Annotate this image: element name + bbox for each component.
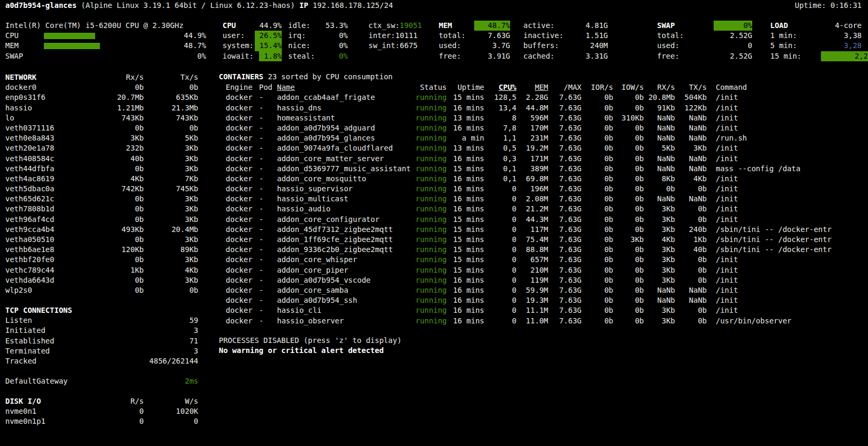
ior-cell: 0b xyxy=(581,295,613,305)
ior-cell: 0b xyxy=(581,133,613,143)
max-cell: 7.63G xyxy=(550,103,581,113)
stat-value: 19051 xyxy=(400,21,422,31)
stat-label: inactive: xyxy=(523,31,564,41)
tcp-stat-value: 4856/262144 xyxy=(93,356,198,366)
max-cell: 7.63G xyxy=(550,194,581,204)
uptime-cell: 15 mins xyxy=(447,92,484,103)
max-cell: 7.63G xyxy=(550,225,581,235)
max-cell: 7.63G xyxy=(550,184,581,194)
stat-value: 15.4% xyxy=(255,41,282,51)
mem-cell: 21.2M xyxy=(516,204,548,214)
rx-cell: NaNb xyxy=(643,113,675,123)
max-cell: 7.63G xyxy=(550,174,581,184)
mem-cell: 44.8M xyxy=(516,103,548,113)
command-cell: /init xyxy=(716,194,868,204)
cpu-cell: 0 xyxy=(485,316,516,326)
network-header-row: NETWORKRx/sTx/s xyxy=(5,72,198,82)
name-cell: hassio_observer xyxy=(277,316,412,326)
network-col-header: Rx/s xyxy=(101,72,144,82)
mem-gauge-label: MEM xyxy=(5,41,44,51)
col-header-engine: Engine xyxy=(226,82,263,92)
max-cell: 7.63G xyxy=(550,265,581,275)
gateway-latency: 2ms xyxy=(93,376,198,386)
col-header-command: Command xyxy=(716,82,868,92)
mem-cell: 389M xyxy=(516,164,548,174)
stat-row: used:0 xyxy=(657,41,752,51)
pod-cell: - xyxy=(259,143,275,153)
stat-label: 15 min: xyxy=(770,51,801,61)
bar-fill xyxy=(44,33,95,39)
name-cell: addon_a0d7b954_adguard xyxy=(277,123,412,133)
disk-section-title: DISK I/O xyxy=(5,396,95,406)
container-row: docker-addon_a0d7b954_adguardrunning16 m… xyxy=(0,123,868,133)
swap-headline-value: 0% xyxy=(714,21,752,31)
swap-title: SWAP xyxy=(657,21,675,31)
pod-cell: - xyxy=(259,184,275,194)
container-row: docker-addon_a0d7b954_glancesrunninga mi… xyxy=(0,133,868,143)
stat-label: 1 min: xyxy=(770,31,797,41)
containers-count: 23 xyxy=(268,72,277,81)
ior-cell: 0b xyxy=(581,194,613,204)
ior-cell: 0b xyxy=(581,92,613,103)
stat-value: 0% xyxy=(339,31,348,41)
rx-cell: 3Kb xyxy=(643,316,675,326)
ior-cell: 0b xyxy=(581,174,613,184)
max-cell: 7.63G xyxy=(550,143,581,153)
pod-cell: - xyxy=(259,133,275,143)
stat-label: nice: xyxy=(288,41,310,51)
load-title: LOAD xyxy=(770,21,788,31)
mem-cell: 19.2M xyxy=(516,143,548,153)
status-cell: running xyxy=(404,123,447,133)
command-cell: /init xyxy=(716,255,868,265)
name-cell: addon_a0d7b954_glances xyxy=(277,133,412,143)
engine-cell: docker xyxy=(226,92,263,103)
container-row: docker-addon_d5369777_music_assistantrun… xyxy=(0,164,868,174)
rx-cell: NaNb xyxy=(643,295,675,305)
name-cell: addon_ccab4aaf_frigate xyxy=(277,92,412,103)
stat-row: buffers:240M xyxy=(523,41,608,51)
swap-stats-block: SWAP0%total:2.52Gused:0free:2.52G xyxy=(657,21,752,61)
pod-cell: - xyxy=(259,215,275,225)
usage-gauges: CPU44.9%MEM48.7%SWAP0% xyxy=(5,31,206,61)
name-cell: addon_45df7312_zigbee2mqtt xyxy=(277,225,412,235)
engine-cell: docker xyxy=(226,133,263,143)
containers-header-row: EnginePodNameStatusUptimeCPU%MEM/MAXIOR/… xyxy=(0,82,868,92)
pod-cell: - xyxy=(259,255,275,265)
iow-cell: 0b xyxy=(612,133,644,143)
read-rate: 0 xyxy=(101,416,144,426)
iow-cell: 0b xyxy=(612,143,644,153)
cpu-cell: 0,5 xyxy=(485,143,516,153)
iow-cell: 0b xyxy=(612,92,644,103)
engine-cell: docker xyxy=(226,103,263,113)
rx-cell: NaNb xyxy=(643,285,675,295)
stat-label: irq: xyxy=(288,31,306,41)
engine-cell: docker xyxy=(226,215,263,225)
cpu-cell: 0 xyxy=(485,235,516,245)
engine-cell: docker xyxy=(226,285,263,295)
cpu-headline-value: 44.9% xyxy=(260,21,282,31)
stat-row: used:3.7G xyxy=(439,41,510,51)
stat-label: used: xyxy=(657,41,679,51)
cpu-cell: 1,1 xyxy=(485,133,516,143)
tx-cell: 0b xyxy=(675,275,707,285)
mem-cell: 170M xyxy=(516,123,548,133)
tx-cell: NaNb xyxy=(675,285,707,295)
container-row: docker-addon_core_matter_serverrunning16… xyxy=(0,154,868,164)
rx-cell: NaNb xyxy=(643,194,675,204)
stat-value: 3.31G xyxy=(586,51,608,61)
stat-value: 1.51G xyxy=(586,31,608,41)
tcp-stat-value: 3 xyxy=(93,326,198,336)
uptime-cell: 16 mins xyxy=(447,123,484,133)
cpu-cell: 8 xyxy=(485,113,516,123)
uptime-cell: 16 mins xyxy=(447,295,484,305)
mem-title-row: MEM48.7% xyxy=(439,21,510,31)
status-cell: running xyxy=(404,113,447,123)
mem-cell: 11.1M xyxy=(516,305,548,315)
container-row: docker-addon_9074a9fa_cloudflaredrunning… xyxy=(0,143,868,153)
stat-row: 5 min:3,28 xyxy=(770,41,862,51)
status-cell: running xyxy=(404,235,447,245)
mem-stats-block-2: active:4.81Ginactive:1.51Gbuffers:240Mca… xyxy=(523,21,608,61)
disk-header-row: DISK I/OR/sW/s xyxy=(5,396,198,406)
mem-cell: 11.0M xyxy=(516,316,548,326)
command-cell: /init xyxy=(716,113,868,123)
